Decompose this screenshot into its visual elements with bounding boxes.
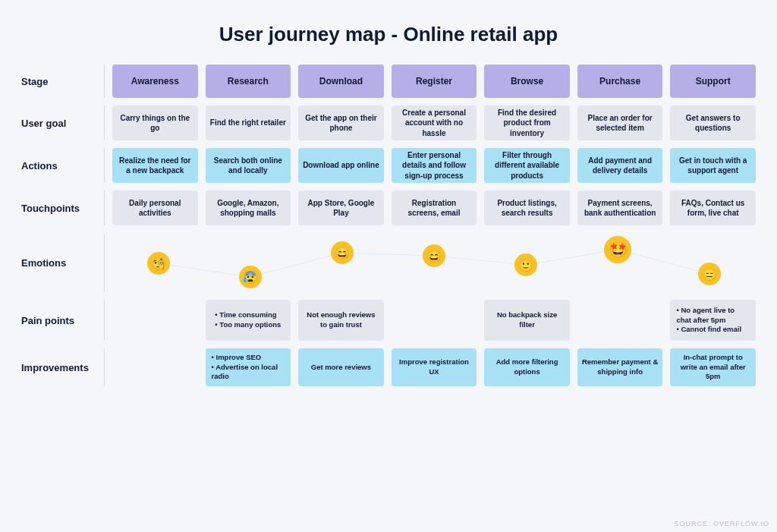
grinning-smile-icon: 😄 [331,241,354,264]
touchpoint-3: Registration screens, email [392,190,477,225]
grinning-smile-icon: 😄 [423,244,445,267]
action-1: Search both online and locally [206,148,291,183]
stage-6: Support [670,65,756,98]
goal-2: Get the app on their phone [298,105,384,140]
touchpoint-0: Daily personal activities [112,190,198,225]
stage-2: Download [298,65,384,98]
goal-6: Get answers to questions [670,105,756,140]
improvement-2: Get more reviews [298,348,384,386]
svg-line-0 [159,263,250,277]
row-label-emotions: Emotions [21,233,105,292]
source-attribution: SOURCE: OVERFLOW.IO [674,520,769,527]
unamused-face-icon: 😑 [698,263,721,285]
action-5: Add payment and delivery details [577,148,663,183]
touchpoint-2: App Store, Google Play [298,190,384,225]
stage-4: Browse [484,65,570,98]
action-2: Download app online [298,148,384,183]
monocle-face-icon: 🧐 [147,252,170,275]
emotions-chart: 🧐😰😄😄🙂🤩😑 [112,233,756,292]
improvement-4: Add more filtering options [484,348,570,386]
pain-5 [577,300,663,341]
goal-5: Place an order for selected item [577,105,663,140]
svg-line-3 [434,256,526,265]
journey-map: User journey map - Online retail app Sta… [0,0,777,394]
svg-line-5 [618,250,709,274]
row-label-improvements: Improvements [21,348,105,386]
improvement-0 [112,348,198,386]
svg-line-1 [250,253,342,277]
goal-1: Find the right retailer [206,105,291,140]
action-3: Enter personal details and follow sign-u… [392,148,477,183]
pain-2: Not enough reviews to gain trust [298,300,384,341]
stage-5: Purchase [577,65,663,98]
row-label-pain: Pain points [21,300,105,341]
action-6: Get in touch with a support agent [670,148,756,183]
star-struck-icon: 🤩 [604,236,631,263]
stage-1: Research [206,65,291,98]
svg-line-2 [342,253,434,256]
smiling-face-icon: 🙂 [514,253,537,276]
stage-0: Awareness [112,65,198,98]
goal-0: Carry things on the go [112,105,198,140]
pain-6: No agent live to chat after 5pmCannot fi… [670,300,756,341]
title: User journey map - Online retail app [21,23,756,46]
improvement-3: Improve registration UX [392,348,477,386]
touchpoint-6: FAQs, Contact us form, live chat [670,190,756,225]
improvement-5: Remember payment & shipping info [577,348,663,386]
improvement-1: Improve SEOAdvertise on local radio [206,348,291,386]
touchpoint-1: Google, Amazon, shopping malls [206,190,291,225]
row-label-actions: Actions [21,148,105,183]
pain-4: No backpack size filter [484,300,570,341]
action-0: Realize the need for a new backpack [112,148,198,183]
row-label-goal: User goal [21,105,105,140]
pain-3 [392,300,477,341]
improvement-6: In-chat prompt to write an email after 5… [670,348,756,386]
pain-1: Time consumingToo many options [206,300,291,341]
row-label-touchpoints: Touchpoints [21,190,105,225]
stage-3: Register [392,65,477,98]
row-label-stage: Stage [21,65,105,98]
pain-0 [112,300,198,341]
goal-3: Create a personal account with no hassle [392,105,477,140]
goal-4: Find the desired product from inventory [484,105,570,140]
anxious-sweat-icon: 😰 [239,266,262,288]
touchpoint-4: Product listings, search results [484,190,570,225]
touchpoint-5: Payment screens, bank authentication [577,190,663,225]
action-4: Filter through different available produ… [484,148,570,183]
